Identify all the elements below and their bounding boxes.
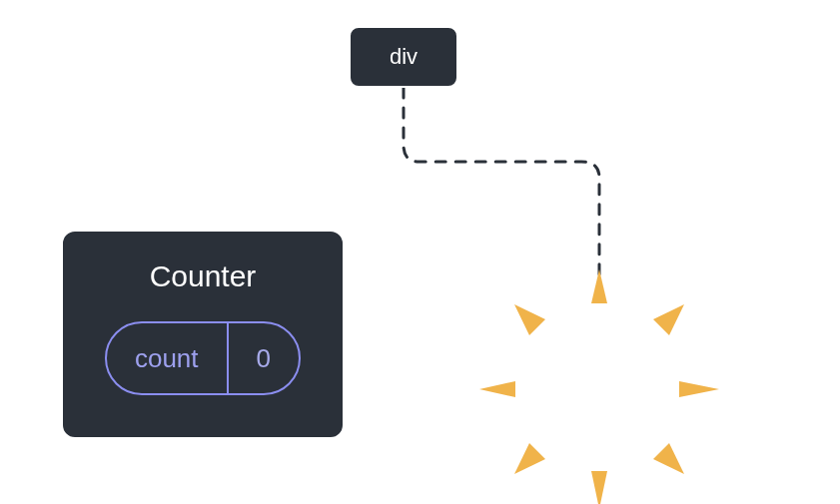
sparkle-placeholder-icon bbox=[479, 269, 719, 504]
svg-marker-2 bbox=[479, 381, 515, 397]
svg-marker-5 bbox=[653, 304, 684, 335]
counter-node: Counter count 0 bbox=[61, 230, 345, 439]
svg-marker-6 bbox=[514, 443, 545, 474]
svg-marker-0 bbox=[591, 269, 607, 303]
root-node-label: div bbox=[390, 44, 418, 70]
state-value: 0 bbox=[229, 323, 299, 393]
svg-marker-4 bbox=[514, 304, 545, 335]
counter-title: Counter bbox=[150, 259, 257, 293]
svg-marker-1 bbox=[591, 471, 607, 504]
state-key: count bbox=[107, 323, 229, 393]
state-pill: count 0 bbox=[105, 321, 301, 395]
svg-marker-7 bbox=[653, 443, 684, 474]
tree-diagram: div Counter count 0 bbox=[0, 0, 840, 504]
root-node: div bbox=[349, 26, 458, 88]
svg-marker-3 bbox=[679, 381, 719, 397]
